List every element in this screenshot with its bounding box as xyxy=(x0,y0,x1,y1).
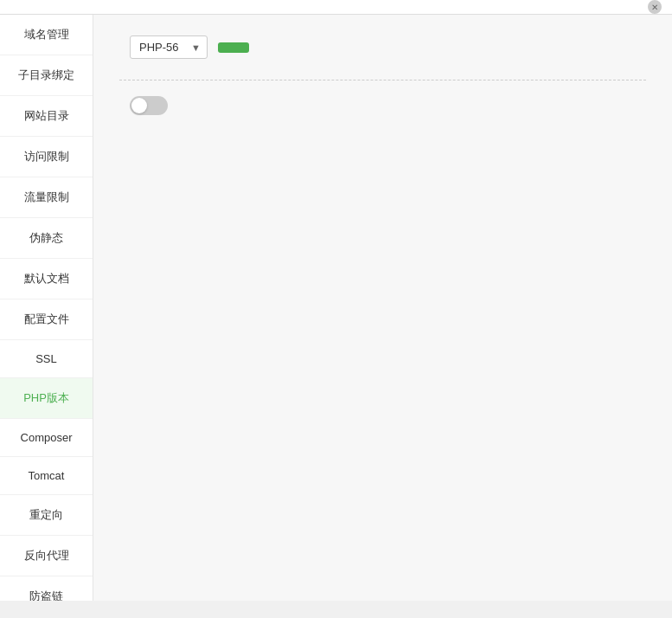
title-bar: ✕ xyxy=(0,0,672,15)
sidebar-item-domain-management[interactable]: 域名管理 xyxy=(0,15,93,55)
sidebar-item-reverse-proxy[interactable]: 反向代理 xyxy=(0,536,93,576)
toggle-thumb xyxy=(131,98,147,113)
main-content: PHP-56PHP-70PHP-71PHP-72PHP-73PHP-74PHP-… xyxy=(93,15,672,601)
session-toggle[interactable] xyxy=(130,96,168,115)
sidebar-item-redirect[interactable]: 重定向 xyxy=(0,495,93,536)
switch-button[interactable] xyxy=(218,42,249,53)
divider xyxy=(119,80,646,80)
sidebar-item-tomcat[interactable]: Tomcat xyxy=(0,457,93,495)
sidebar-item-composer[interactable]: Composer xyxy=(0,419,93,457)
sidebar: 域名管理子目录绑定网站目录访问限制流量限制伪静态默认文档配置文件SSLPHP版本… xyxy=(0,15,93,601)
toggle-track xyxy=(130,96,168,115)
php-version-select[interactable]: PHP-56PHP-70PHP-71PHP-72PHP-73PHP-74PHP-… xyxy=(130,35,208,59)
session-row xyxy=(119,96,646,115)
sidebar-item-php-version[interactable]: PHP版本 xyxy=(0,378,93,419)
php-select-wrapper: PHP-56PHP-70PHP-71PHP-72PHP-73PHP-74PHP-… xyxy=(130,35,208,59)
main-layout: 域名管理子目录绑定网站目录访问限制流量限制伪静态默认文档配置文件SSLPHP版本… xyxy=(0,15,672,601)
php-version-row: PHP-56PHP-70PHP-71PHP-72PHP-73PHP-74PHP-… xyxy=(119,35,646,59)
sidebar-item-traffic-limit[interactable]: 流量限制 xyxy=(0,177,93,218)
sidebar-item-default-doc[interactable]: 默认文档 xyxy=(0,259,93,299)
close-button[interactable]: ✕ xyxy=(648,0,662,14)
sidebar-item-website-dir[interactable]: 网站目录 xyxy=(0,96,93,137)
sidebar-item-access-limit[interactable]: 访问限制 xyxy=(0,137,93,177)
sidebar-item-config-file[interactable]: 配置文件 xyxy=(0,299,93,340)
sidebar-item-subdir-binding[interactable]: 子目录绑定 xyxy=(0,55,93,96)
sidebar-item-hotlink-protection[interactable]: 防盗链 xyxy=(0,576,93,601)
sidebar-item-ssl[interactable]: SSL xyxy=(0,340,93,378)
sidebar-item-pseudo-static[interactable]: 伪静态 xyxy=(0,218,93,259)
